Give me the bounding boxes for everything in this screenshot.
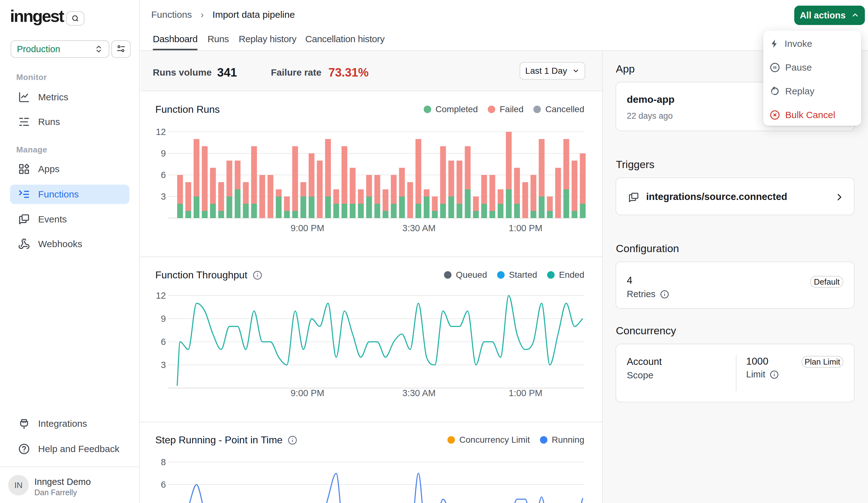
svg-text:3: 3	[161, 192, 166, 202]
svg-text:6: 6	[161, 337, 166, 347]
svg-text:3:30 AM: 3:30 AM	[402, 223, 436, 233]
svg-text:12: 12	[156, 127, 166, 137]
svg-text:9: 9	[161, 314, 166, 324]
svg-text:1:00 PM: 1:00 PM	[509, 223, 542, 233]
svg-text:9:00 PM: 9:00 PM	[291, 388, 324, 398]
svg-text:9: 9	[161, 148, 166, 158]
svg-text:12: 12	[156, 290, 166, 300]
svg-text:6: 6	[161, 170, 166, 180]
svg-text:3:30 AM: 3:30 AM	[402, 388, 436, 398]
svg-text:8: 8	[161, 457, 166, 467]
svg-text:9:00 PM: 9:00 PM	[291, 223, 324, 233]
svg-text:1:00 PM: 1:00 PM	[509, 388, 542, 398]
svg-text:3: 3	[161, 360, 166, 370]
svg-text:6: 6	[161, 480, 166, 490]
